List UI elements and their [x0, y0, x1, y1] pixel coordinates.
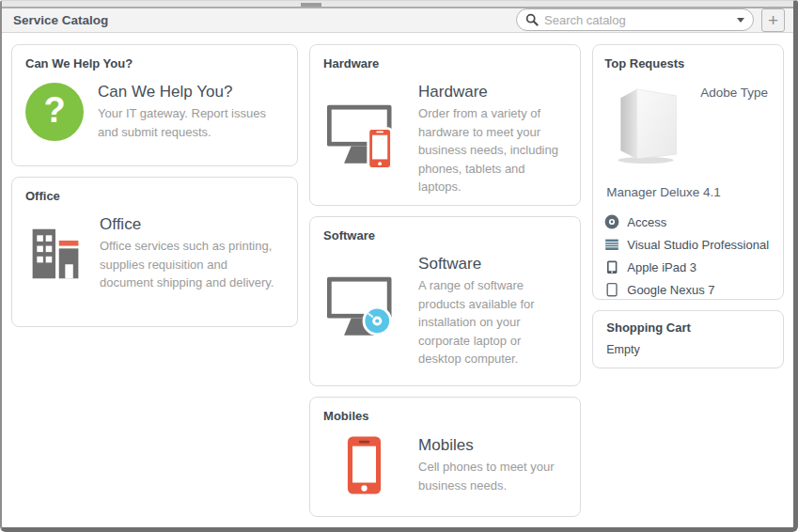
category-card-header[interactable]: Can We Help You?	[25, 56, 284, 70]
search-icon	[525, 13, 539, 26]
column-middle: Hardware	[309, 44, 581, 527]
header-actions: +	[516, 8, 785, 32]
category-title-link[interactable]: Office	[100, 215, 284, 234]
shopping-cart-card: Shopping Cart Empty	[592, 310, 784, 368]
tablet-filled-icon	[604, 259, 619, 274]
shopping-cart-header: Shopping Cart	[606, 321, 770, 335]
category-card-can-we-help-you: Can We Help You? ? Can We Help You? Your…	[11, 44, 298, 166]
top-request-label-part[interactable]: Adobe Type	[700, 86, 768, 100]
search-input[interactable]	[544, 13, 731, 27]
category-description: Office services such as printing, suppli…	[100, 237, 284, 292]
category-description: Order from a variety of hardware to meet…	[418, 104, 567, 196]
category-card-header[interactable]: Office	[25, 189, 284, 203]
category-description: A range of software products available f…	[418, 276, 567, 368]
shopping-cart-status: Empty	[606, 343, 770, 356]
top-request-label[interactable]: Apple iPad 3	[627, 260, 696, 274]
monitor-with-phone-icon	[323, 103, 404, 175]
category-item[interactable]: Mobiles Cell phones to meet your busines…	[323, 435, 567, 495]
category-card-header[interactable]: Mobiles	[323, 409, 567, 423]
top-request-item[interactable]: Access	[604, 214, 772, 229]
category-description: Cell phones to meet your business needs.	[418, 458, 567, 494]
add-button[interactable]: +	[761, 8, 785, 32]
top-request-label-part[interactable]: Manager Deluxe 4.1	[606, 185, 721, 199]
category-title-link[interactable]: Software	[418, 255, 567, 274]
top-request-item[interactable]: Apple iPad 3	[604, 259, 772, 274]
category-item[interactable]: Software A range of software products av…	[323, 255, 567, 368]
tablet-outline-icon	[604, 282, 619, 297]
category-card-mobiles: Mobiles Mobiles Cell phones to meet your…	[309, 397, 581, 517]
category-item[interactable]: Hardware Order from a variety of hardwar…	[323, 83, 567, 196]
category-item[interactable]: ? Can We Help You? Your IT gateway. Repo…	[25, 83, 284, 141]
column-right: Top Requests	[592, 44, 784, 379]
smartphone-icon	[323, 435, 404, 495]
lined-list-icon	[604, 237, 619, 252]
category-card-software: Software	[309, 216, 581, 386]
search-dropdown-caret-icon[interactable]	[737, 18, 744, 23]
catalog-header: Service Catalog +	[2, 8, 793, 33]
category-title-link[interactable]: Hardware	[418, 83, 567, 102]
category-item[interactable]: Office Office services such as printing,…	[25, 215, 284, 292]
page-title: Service Catalog	[13, 13, 108, 27]
category-card-header[interactable]: Software	[323, 228, 567, 243]
catalog-content: Can We Help You? ? Can We Help You? Your…	[2, 33, 793, 527]
top-request-item[interactable]: Visual Studio Professional	[604, 237, 772, 252]
top-request-item[interactable]: Google Nexus 7	[604, 282, 772, 297]
category-description: Your IT gateway. Report issues and submi…	[98, 104, 284, 141]
software-box-image	[612, 76, 685, 174]
office-buildings-icon	[25, 226, 86, 282]
disc-icon	[604, 214, 619, 229]
pane-resize-handle[interactable]	[301, 3, 321, 7]
top-request-label[interactable]: Visual Studio Professional	[627, 238, 769, 252]
top-requests-header: Top Requests	[604, 56, 772, 70]
category-card-header[interactable]: Hardware	[323, 56, 567, 70]
search-box[interactable]	[516, 8, 754, 31]
top-requests-card: Top Requests	[592, 44, 784, 300]
column-left: Can We Help You? ? Can We Help You? Your…	[11, 44, 298, 337]
category-card-hardware: Hardware	[309, 44, 581, 206]
top-request-label[interactable]: Google Nexus 7	[627, 283, 714, 297]
category-title-link[interactable]: Can We Help You?	[98, 83, 284, 102]
category-card-office: Office	[11, 177, 298, 327]
top-request-featured-item[interactable]: Adobe Type Manager Deluxe 4.1	[604, 70, 772, 207]
question-circle-icon: ?	[25, 83, 84, 141]
top-request-label[interactable]: Access	[627, 215, 666, 229]
category-title-link[interactable]: Mobiles	[418, 436, 567, 455]
pane-divider	[2, 1, 793, 8]
service-catalog-window: Service Catalog + Can We Help You? ?	[0, 0, 798, 532]
monitor-with-disc-icon	[323, 275, 404, 347]
